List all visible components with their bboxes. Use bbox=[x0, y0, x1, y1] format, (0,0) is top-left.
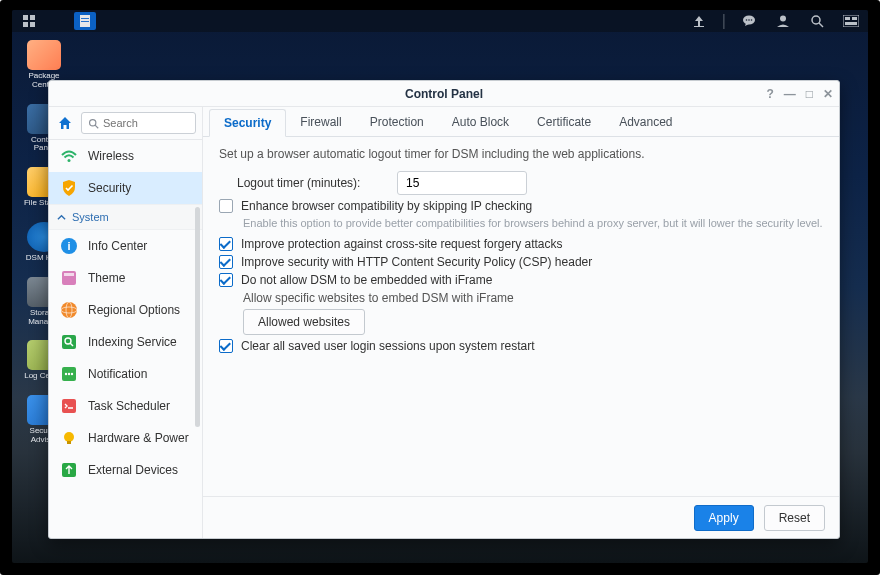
skip-ip-hint: Enable this option to provide better com… bbox=[219, 217, 823, 229]
scrollbar[interactable] bbox=[195, 207, 200, 427]
sidebar-item-theme[interactable]: Theme bbox=[49, 262, 202, 294]
search-icon bbox=[88, 118, 99, 129]
bell-icon bbox=[59, 364, 79, 384]
checkbox-icon bbox=[219, 255, 233, 269]
svg-rect-0 bbox=[23, 15, 28, 20]
iframe-sub-label: Allow specific websites to embed DSM wit… bbox=[219, 291, 823, 305]
sidebar: Wireless Security System i Info Cent bbox=[49, 107, 203, 538]
svg-point-9 bbox=[746, 19, 748, 21]
svg-rect-1 bbox=[30, 15, 35, 20]
svg-point-13 bbox=[812, 16, 820, 24]
checkbox-icon bbox=[219, 199, 233, 213]
sidebar-item-task-scheduler[interactable]: Task Scheduler bbox=[49, 390, 202, 422]
reset-button[interactable]: Reset bbox=[764, 505, 825, 531]
csrf-checkbox[interactable]: Improve protection against cross-site re… bbox=[219, 237, 562, 251]
svg-point-12 bbox=[780, 16, 786, 22]
svg-point-35 bbox=[71, 373, 73, 375]
svg-point-10 bbox=[748, 19, 750, 21]
index-icon bbox=[59, 332, 79, 352]
sidebar-group-label: System bbox=[72, 211, 109, 223]
tab-firewall[interactable]: Firewall bbox=[286, 108, 355, 136]
chat-icon[interactable] bbox=[738, 12, 760, 30]
panel-footer: Apply Reset bbox=[203, 496, 839, 538]
content-area: Security Firewall Protection Auto Block … bbox=[203, 107, 839, 538]
sidebar-group-system[interactable]: System bbox=[49, 204, 202, 230]
sidebar-item-label: External Devices bbox=[88, 463, 178, 477]
bulb-icon bbox=[59, 428, 79, 448]
svg-point-33 bbox=[65, 373, 67, 375]
svg-point-26 bbox=[61, 302, 77, 318]
sidebar-item-label: Security bbox=[88, 181, 131, 195]
svg-rect-3 bbox=[30, 22, 35, 27]
svg-rect-5 bbox=[81, 18, 89, 19]
tab-certificate[interactable]: Certificate bbox=[523, 108, 605, 136]
iframe-checkbox[interactable]: Do not allow DSM to be embedded with iFr… bbox=[219, 273, 492, 287]
logout-timer-input[interactable] bbox=[397, 171, 527, 195]
search-tray-icon[interactable] bbox=[806, 12, 828, 30]
task-icon bbox=[59, 396, 79, 416]
svg-rect-29 bbox=[62, 335, 76, 349]
svg-text:i: i bbox=[67, 240, 70, 252]
home-icon[interactable] bbox=[55, 113, 75, 133]
svg-point-19 bbox=[90, 119, 96, 125]
csp-checkbox[interactable]: Improve security with HTTP Content Secur… bbox=[219, 255, 592, 269]
taskbar-tray: | bbox=[688, 12, 862, 30]
sidebar-item-label: Indexing Service bbox=[88, 335, 177, 349]
upload-icon[interactable] bbox=[688, 12, 710, 30]
tab-advanced[interactable]: Advanced bbox=[605, 108, 686, 136]
sidebar-item-label: Task Scheduler bbox=[88, 399, 170, 413]
globe-icon bbox=[59, 300, 79, 320]
sidebar-item-indexing[interactable]: Indexing Service bbox=[49, 326, 202, 358]
tabs: Security Firewall Protection Auto Block … bbox=[203, 107, 839, 137]
sidebar-item-external-devices[interactable]: External Devices bbox=[49, 454, 202, 486]
sidebar-item-hardware-power[interactable]: Hardware & Power bbox=[49, 422, 202, 454]
svg-rect-25 bbox=[64, 273, 74, 276]
svg-rect-2 bbox=[23, 22, 28, 27]
svg-point-34 bbox=[68, 373, 70, 375]
clear-sessions-checkbox[interactable]: Clear all saved user login sessions upon… bbox=[219, 339, 534, 353]
svg-point-37 bbox=[64, 432, 74, 442]
svg-rect-17 bbox=[852, 17, 857, 20]
svg-rect-38 bbox=[67, 441, 71, 444]
tab-auto-block[interactable]: Auto Block bbox=[438, 108, 523, 136]
sidebar-item-label: Info Center bbox=[88, 239, 147, 253]
sidebar-item-info-center[interactable]: i Info Center bbox=[49, 230, 202, 262]
window-title: Control Panel bbox=[405, 87, 483, 101]
search-box[interactable] bbox=[81, 112, 196, 134]
sidebar-item-label: Notification bbox=[88, 367, 147, 381]
window-minimize-button[interactable]: — bbox=[784, 87, 796, 101]
sidebar-item-label: Regional Options bbox=[88, 303, 180, 317]
sidebar-item-label: Wireless bbox=[88, 149, 134, 163]
window-maximize-button[interactable]: □ bbox=[806, 87, 813, 101]
svg-rect-7 bbox=[694, 26, 704, 27]
checkbox-icon bbox=[219, 273, 233, 287]
file-manager-taskbar-icon[interactable] bbox=[74, 12, 96, 30]
allowed-websites-button[interactable]: Allowed websites bbox=[243, 309, 365, 335]
main-menu-icon[interactable] bbox=[18, 12, 40, 30]
window-help-button[interactable]: ? bbox=[766, 87, 773, 101]
chevron-up-icon bbox=[57, 213, 66, 222]
sidebar-item-label: Hardware & Power bbox=[88, 431, 189, 445]
sidebar-item-wireless[interactable]: Wireless bbox=[49, 140, 202, 172]
theme-icon bbox=[59, 268, 79, 288]
sidebar-item-notification[interactable]: Notification bbox=[49, 358, 202, 390]
security-panel: Set up a browser automatic logout timer … bbox=[203, 137, 839, 496]
sidebar-item-label: Theme bbox=[88, 271, 125, 285]
sidebar-scroll[interactable]: Wireless Security System i Info Cent bbox=[49, 140, 202, 538]
svg-point-11 bbox=[751, 19, 753, 21]
system-taskbar: | bbox=[12, 10, 868, 32]
sidebar-item-security[interactable]: Security bbox=[49, 172, 202, 204]
window-close-button[interactable]: ✕ bbox=[823, 87, 833, 101]
tab-protection[interactable]: Protection bbox=[356, 108, 438, 136]
apply-button[interactable]: Apply bbox=[694, 505, 754, 531]
tab-security[interactable]: Security bbox=[209, 109, 286, 137]
search-input[interactable] bbox=[103, 117, 189, 129]
logout-timer-label: Logout timer (minutes): bbox=[237, 176, 387, 190]
info-icon: i bbox=[59, 236, 79, 256]
sidebar-item-regional[interactable]: Regional Options bbox=[49, 294, 202, 326]
skip-ip-checkbox[interactable]: Enhance browser compatibility by skippin… bbox=[219, 199, 532, 213]
svg-rect-16 bbox=[845, 17, 850, 20]
user-icon[interactable] bbox=[772, 12, 794, 30]
wifi-icon bbox=[59, 146, 79, 166]
dashboard-icon[interactable] bbox=[840, 12, 862, 30]
